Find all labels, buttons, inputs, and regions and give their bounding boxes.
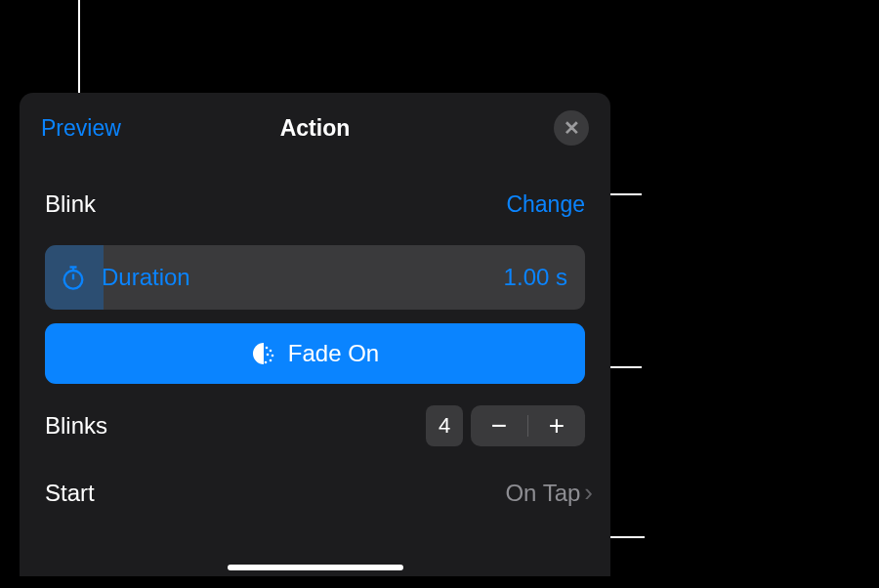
callout-line-preview <box>78 0 80 93</box>
svg-point-10 <box>264 361 267 364</box>
change-button[interactable]: Change <box>506 191 585 218</box>
blinks-stepper: 4 − + <box>426 405 585 446</box>
stepper: − + <box>471 405 585 446</box>
start-label: Start <box>45 480 95 507</box>
chevron-right-icon: › <box>584 478 593 508</box>
effect-row: Blink Change <box>20 163 610 231</box>
start-value: On Tap <box>505 480 580 507</box>
fade-on-button[interactable]: Fade On <box>45 323 585 384</box>
stepper-minus-button[interactable]: − <box>471 405 527 446</box>
blinks-count: 4 <box>426 405 463 446</box>
preview-button[interactable]: Preview <box>41 115 121 142</box>
blinks-label: Blinks <box>45 412 107 440</box>
duration-label: Duration <box>102 264 190 291</box>
duration-slider[interactable]: Duration 1.00 s <box>45 245 585 310</box>
home-indicator[interactable] <box>228 565 403 570</box>
fade-icon <box>251 341 276 366</box>
svg-point-6 <box>265 347 268 350</box>
effect-name: Blink <box>45 190 96 218</box>
svg-point-11 <box>266 354 269 357</box>
duration-value: 1.00 s <box>504 264 567 291</box>
panel-title: Action <box>280 115 351 142</box>
start-value-wrap: On Tap › <box>505 478 593 508</box>
close-icon: ✕ <box>564 118 580 138</box>
close-button[interactable]: ✕ <box>554 110 589 146</box>
blinks-row: Blinks 4 − + <box>20 384 610 446</box>
stepper-plus-button[interactable]: + <box>528 405 585 446</box>
fade-on-label: Fade On <box>288 340 379 367</box>
svg-point-9 <box>269 359 272 362</box>
stopwatch-icon <box>59 263 88 292</box>
svg-point-7 <box>269 350 272 353</box>
panel-header: Preview Action ✕ <box>20 93 610 163</box>
start-row[interactable]: Start On Tap › <box>20 446 610 508</box>
svg-point-8 <box>271 355 273 357</box>
action-panel: Preview Action ✕ Blink Change Duration 1… <box>20 93 610 576</box>
